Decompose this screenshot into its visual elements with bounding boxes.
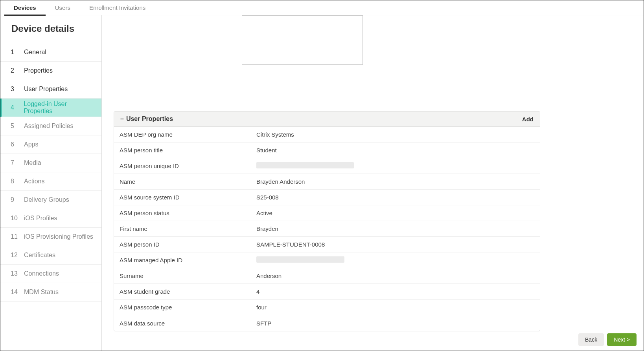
sidebar-item-certificates[interactable]: 12 Certificates bbox=[0, 246, 101, 265]
property-label: ASM person status bbox=[120, 210, 256, 216]
property-label: ASM student grade bbox=[120, 288, 256, 295]
property-value: Active bbox=[256, 210, 534, 216]
sidebar-item-num: 7 bbox=[11, 159, 19, 166]
sidebar-item-logged-in-user-properties[interactable]: 4 Logged-in User Properties bbox=[0, 99, 101, 117]
property-value: Citrix Systems bbox=[256, 131, 534, 138]
sidebar-item-user-properties[interactable]: 3 User Properties bbox=[0, 80, 101, 99]
sidebar-item-num: 11 bbox=[11, 233, 19, 240]
sidebar-item-label: Logged-in User Properties bbox=[24, 101, 95, 115]
property-label: ASM passcode type bbox=[120, 304, 256, 311]
sidebar-item-label: Actions bbox=[24, 178, 44, 185]
sidebar-item-num: 6 bbox=[11, 141, 19, 148]
property-value: SFTP bbox=[256, 320, 534, 327]
redacted-value bbox=[256, 162, 354, 168]
property-label: ASM managed Apple ID bbox=[120, 257, 256, 263]
button-label: Next > bbox=[614, 336, 630, 343]
sidebar-item-label: Connections bbox=[24, 270, 59, 277]
property-label: ASM person ID bbox=[120, 241, 256, 248]
sidebar-item-num: 4 bbox=[11, 104, 19, 111]
property-row[interactable]: ASM passcode typefour bbox=[114, 300, 540, 315]
sidebar-item-delivery-groups[interactable]: 9 Delivery Groups bbox=[0, 191, 101, 209]
back-button[interactable]: Back bbox=[578, 333, 604, 346]
app-frame: Devices Users Enrollment Invitations Dev… bbox=[0, 0, 644, 351]
body: Device details 1 General 2 Properties 3 … bbox=[0, 15, 644, 351]
property-value: Brayden Anderson bbox=[256, 178, 534, 185]
property-row[interactable]: ASM managed Apple ID bbox=[114, 252, 540, 268]
property-label: ASM person unique ID bbox=[120, 163, 256, 169]
property-row[interactable]: ASM person unique ID bbox=[114, 158, 540, 174]
next-button[interactable]: Next > bbox=[607, 333, 637, 346]
content-inner: – User Properties Add ASM DEP org nameCi… bbox=[114, 15, 540, 331]
property-row[interactable]: ASM person IDSAMPLE-STUDENT-0008 bbox=[114, 237, 540, 252]
placeholder-box bbox=[242, 15, 363, 65]
sidebar-item-label: Delivery Groups bbox=[24, 196, 69, 203]
sidebar-item-num: 13 bbox=[11, 270, 19, 277]
property-label: ASM source system ID bbox=[120, 194, 256, 201]
property-row[interactable]: ASM source system IDS25-008 bbox=[114, 190, 540, 205]
property-row[interactable]: SurnameAnderson bbox=[114, 268, 540, 284]
sidebar-item-num: 12 bbox=[11, 252, 19, 259]
property-label: ASM data source bbox=[120, 320, 256, 327]
property-row[interactable]: ASM DEP org nameCitrix Systems bbox=[114, 127, 540, 143]
tab-label: Devices bbox=[14, 4, 36, 11]
sidebar-item-assigned-policies[interactable]: 5 Assigned Policies bbox=[0, 117, 101, 135]
sidebar-title: Device details bbox=[0, 15, 101, 43]
redacted-value bbox=[256, 256, 344, 263]
tab-label: Enrollment Invitations bbox=[89, 4, 145, 11]
sidebar-item-properties[interactable]: 2 Properties bbox=[0, 62, 101, 80]
property-row[interactable]: First nameBrayden bbox=[114, 221, 540, 237]
sidebar-item-label: iOS Profiles bbox=[24, 215, 57, 222]
sidebar-item-num: 10 bbox=[11, 215, 19, 222]
property-label: Surname bbox=[120, 272, 256, 279]
property-value bbox=[256, 162, 534, 170]
sidebar-item-num: 3 bbox=[11, 86, 19, 93]
sidebar-item-ios-provisioning-profiles[interactable]: 11 iOS Provisioning Profiles bbox=[0, 228, 101, 246]
property-label: Name bbox=[120, 178, 256, 185]
button-label: Back bbox=[585, 336, 597, 343]
sidebar-item-connections[interactable]: 13 Connections bbox=[0, 265, 101, 283]
sidebar-item-num: 5 bbox=[11, 122, 19, 130]
sidebar-item-label: MDM Status bbox=[24, 289, 59, 296]
property-value: Anderson bbox=[256, 272, 534, 279]
tab-users[interactable]: Users bbox=[46, 0, 80, 15]
sidebar-item-num: 8 bbox=[11, 178, 19, 185]
sidebar-list: 1 General 2 Properties 3 User Properties… bbox=[0, 43, 101, 351]
sidebar-item-label: Properties bbox=[24, 67, 53, 74]
sidebar-item-media[interactable]: 7 Media bbox=[0, 154, 101, 172]
footer-buttons: Back Next > bbox=[578, 333, 637, 346]
property-value: SAMPLE-STUDENT-0008 bbox=[256, 241, 534, 248]
panel-title: User Properties bbox=[126, 115, 173, 122]
sidebar-item-label: Certificates bbox=[24, 252, 55, 259]
property-value: S25-008 bbox=[256, 194, 534, 201]
property-value: 4 bbox=[256, 288, 534, 295]
collapse-icon: – bbox=[120, 115, 124, 122]
property-rows: ASM DEP org nameCitrix SystemsASM person… bbox=[114, 127, 540, 331]
sidebar-item-mdm-status[interactable]: 14 MDM Status bbox=[0, 283, 101, 302]
sidebar-item-actions[interactable]: 8 Actions bbox=[0, 172, 101, 191]
sidebar-item-num: 2 bbox=[11, 67, 19, 74]
sidebar-item-label: Assigned Policies bbox=[24, 122, 73, 130]
main-content: – User Properties Add ASM DEP org nameCi… bbox=[102, 15, 644, 351]
property-row[interactable]: ASM person statusActive bbox=[114, 205, 540, 221]
tab-devices[interactable]: Devices bbox=[4, 0, 46, 15]
sidebar-item-apps[interactable]: 6 Apps bbox=[0, 135, 101, 154]
tab-enrollment-invitations[interactable]: Enrollment Invitations bbox=[80, 0, 155, 15]
property-row[interactable]: ASM student grade4 bbox=[114, 284, 540, 300]
property-row[interactable]: ASM person titleStudent bbox=[114, 143, 540, 158]
sidebar-item-num: 9 bbox=[11, 196, 19, 203]
property-value bbox=[256, 256, 534, 264]
sidebar-item-label: User Properties bbox=[24, 86, 68, 93]
property-row[interactable]: NameBrayden Anderson bbox=[114, 174, 540, 190]
property-value: four bbox=[256, 304, 534, 311]
sidebar-item-ios-profiles[interactable]: 10 iOS Profiles bbox=[0, 209, 101, 228]
sidebar: Device details 1 General 2 Properties 3 … bbox=[0, 15, 102, 351]
user-properties-panel: – User Properties Add ASM DEP org nameCi… bbox=[114, 111, 540, 331]
property-label: ASM DEP org name bbox=[120, 131, 256, 138]
property-value: Student bbox=[256, 147, 534, 154]
sidebar-item-label: Apps bbox=[24, 141, 38, 148]
panel-header[interactable]: – User Properties Add bbox=[114, 112, 540, 127]
add-button[interactable]: Add bbox=[522, 116, 534, 122]
property-label: First name bbox=[120, 225, 256, 232]
sidebar-item-general[interactable]: 1 General bbox=[0, 43, 101, 62]
property-row[interactable]: ASM data sourceSFTP bbox=[114, 315, 540, 331]
